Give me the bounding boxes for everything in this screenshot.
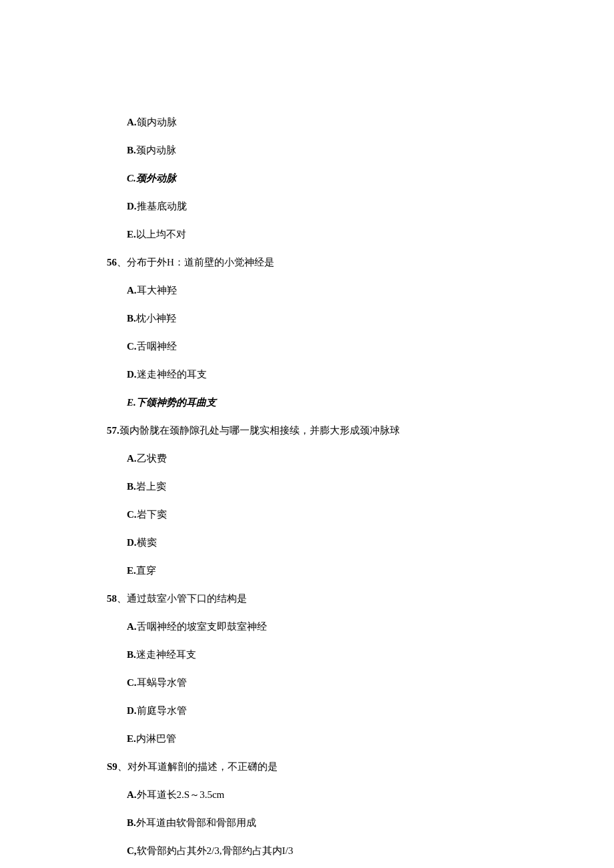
option-text: 直穿: [136, 565, 156, 576]
option-3-4: E.内淋巴管: [127, 730, 507, 748]
option-label: C.: [127, 677, 137, 688]
question-text: 、分布于外H：道前壁的小觉神经是: [117, 257, 274, 268]
option-text: 颈外动脉: [136, 173, 176, 183]
option-3-1: B.迷走神经耳支: [127, 646, 507, 664]
option-label: A.: [127, 285, 137, 296]
option-text: 耳大神羟: [137, 285, 177, 296]
option-text: 横窦: [137, 537, 157, 548]
option-text: 内淋巴管: [136, 733, 176, 744]
option-1-3: D.迷走神经的耳支: [127, 366, 507, 384]
option-label: E.: [127, 397, 136, 408]
option-label: D.: [127, 705, 137, 716]
option-text: 下颌神势的耳曲支: [136, 397, 216, 408]
option-text: 舌咽神经的坡室支即鼓室神经: [137, 621, 267, 632]
option-text: 推基底动胧: [137, 201, 187, 211]
option-text: 前庭导水管: [137, 705, 187, 716]
option-text: 颈内动脉: [136, 145, 176, 155]
option-label: B.: [127, 145, 136, 155]
option-label: A.: [127, 621, 137, 632]
option-0-1: B.颈内动脉: [127, 141, 507, 159]
option-label: D.: [127, 369, 137, 380]
option-label: E.: [127, 565, 136, 576]
question-text: 颈内骱胧在颈静隙孔处与哪一胧实相接续，并膨大形成颈冲脉球: [119, 425, 400, 436]
option-label: C.: [127, 509, 137, 520]
option-0-3: D.推基底动胧: [127, 197, 507, 215]
option-label: D.: [127, 201, 137, 211]
option-text: 迷走神经耳支: [136, 649, 196, 660]
option-1-2: C.舌咽神经: [127, 338, 507, 356]
question-3: 58、通过鼓室小管下口的结构是: [107, 590, 507, 608]
option-4-1: B.外耳道由软骨部和骨部用成: [127, 814, 507, 832]
option-text: 舌咽神经: [137, 341, 177, 352]
option-1-1: B.枕小神羟: [127, 310, 507, 328]
question-number: 57.: [107, 425, 119, 436]
option-2-3: D.横窦: [127, 534, 507, 552]
option-text: 外耳道由软骨部和骨部用成: [136, 817, 256, 828]
question-number: 56: [107, 257, 117, 268]
option-4-0: A.外耳道长2.S～3.5cm: [127, 786, 507, 804]
option-text: 岩下窦: [137, 509, 167, 520]
option-label: A.: [127, 789, 137, 800]
option-3-3: D.前庭导水管: [127, 702, 507, 720]
option-text: 以上均不对: [136, 229, 186, 240]
option-text: 耳蜗导水管: [137, 677, 187, 688]
option-0-4: E.以上均不对: [127, 226, 507, 244]
question-1: 56、分布于外H：道前壁的小觉神经是: [107, 254, 507, 272]
option-text: 颌内动脉: [137, 117, 177, 127]
option-2-0: A.乙状费: [127, 450, 507, 468]
option-label: E.: [127, 229, 136, 240]
question-text: 、对外耳道解剖的描述，不正礴的是: [117, 761, 278, 772]
option-2-1: B.岩上窦: [127, 478, 507, 496]
question-number: S9: [107, 761, 117, 772]
option-4-2: C,软骨部妁占其外2/3,骨部约占其内I/3: [127, 842, 507, 860]
option-label: A.: [127, 117, 137, 127]
option-label: B.: [127, 649, 136, 660]
option-text: 乙状费: [137, 453, 167, 464]
option-3-0: A.舌咽神经的坡室支即鼓室神经: [127, 618, 507, 636]
question-4: S9、对外耳道解剖的描述，不正礴的是: [107, 758, 507, 776]
option-text: 外耳道长2.S～3.5cm: [137, 789, 225, 800]
option-text: 软骨部妁占其外2/3,骨部约占其内I/3: [137, 845, 294, 856]
question-2: 57.颈内骱胧在颈静隙孔处与哪一胧实相接续，并膨大形成颈冲脉球: [107, 422, 507, 440]
option-3-2: C.耳蜗导水管: [127, 674, 507, 692]
option-text: 迷走神经的耳支: [137, 369, 207, 380]
option-0-2: C.颈外动脉: [127, 169, 507, 187]
option-text: 岩上窦: [136, 481, 166, 492]
option-0-0: A.颌内动脉: [127, 113, 507, 131]
option-label: B.: [127, 817, 136, 828]
option-2-4: E.直穿: [127, 562, 507, 580]
option-label: C,: [127, 845, 137, 856]
option-1-0: A.耳大神羟: [127, 282, 507, 300]
option-label: D.: [127, 537, 137, 548]
option-2-2: C.岩下窦: [127, 506, 507, 524]
option-label: A.: [127, 453, 137, 464]
option-label: B.: [127, 313, 136, 324]
question-number: 58: [107, 593, 117, 604]
option-1-4: E.下颌神势的耳曲支: [127, 394, 507, 412]
option-label: B.: [127, 481, 136, 492]
option-label: C.: [127, 341, 137, 352]
option-text: 枕小神羟: [136, 313, 176, 324]
option-label: C.: [127, 173, 136, 183]
option-label: E.: [127, 733, 136, 744]
question-text: 、通过鼓室小管下口的结构是: [117, 593, 247, 604]
